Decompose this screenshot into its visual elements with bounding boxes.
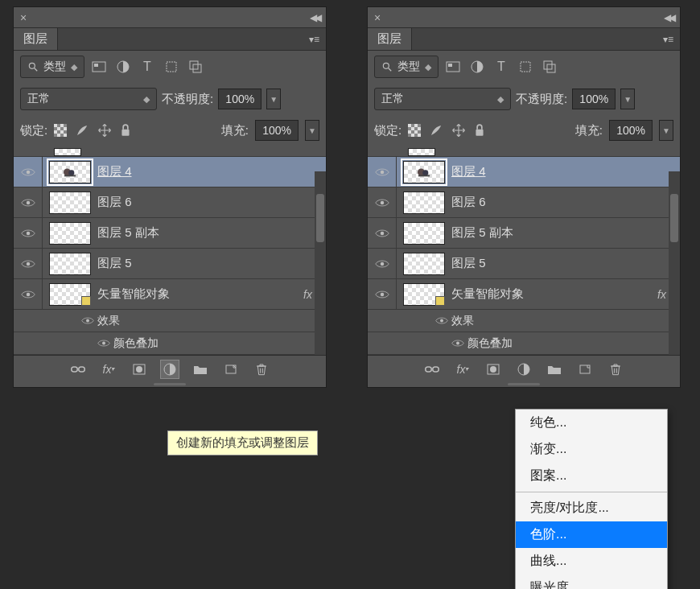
blend-mode-select[interactable]: 正常 ◆ — [374, 88, 511, 110]
delete-layer-icon[interactable] — [606, 360, 625, 379]
menu-item-curves[interactable]: 曲线... — [516, 548, 667, 575]
layer-name-label[interactable]: 图层 5 副本 — [97, 225, 319, 241]
layer-row[interactable]: 图层 6 — [368, 187, 680, 218]
lock-position-icon[interactable] — [97, 123, 112, 138]
scrollbar-thumb[interactable] — [670, 194, 678, 242]
visibility-icon[interactable] — [14, 218, 43, 248]
menu-item-levels[interactable]: 色阶... — [516, 521, 667, 548]
filter-type-t-icon[interactable]: T — [492, 57, 511, 76]
lock-paint-icon[interactable] — [429, 123, 443, 138]
menu-item-gradient[interactable]: 渐变... — [516, 436, 667, 463]
layer-thumbnail[interactable] — [49, 283, 91, 306]
layer-name-label[interactable]: 矢量智能对象 — [97, 286, 303, 302]
lock-all-icon[interactable] — [474, 124, 485, 137]
close-icon[interactable]: × — [374, 11, 381, 24]
resize-handle[interactable] — [368, 382, 680, 387]
visibility-icon[interactable] — [94, 339, 113, 348]
visibility-icon[interactable] — [14, 157, 43, 187]
layer-mask-icon[interactable] — [484, 360, 503, 379]
visibility-icon[interactable] — [368, 187, 397, 217]
menu-item-pattern[interactable]: 图案... — [516, 463, 667, 489]
filter-shape-icon[interactable] — [516, 57, 535, 76]
close-icon[interactable]: × — [20, 11, 27, 24]
menu-item-solid-color[interactable]: 纯色... — [516, 410, 667, 436]
layer-thumbnail[interactable] — [403, 283, 445, 306]
visibility-icon[interactable] — [14, 249, 43, 278]
filter-type-t-icon[interactable]: T — [138, 57, 157, 76]
fill-dropdown-icon[interactable]: ▼ — [305, 120, 319, 141]
fill-dropdown-icon[interactable]: ▼ — [659, 120, 673, 141]
layer-thumbnail[interactable] — [49, 253, 91, 275]
layer-thumbnail[interactable] — [403, 192, 445, 214]
adjustment-layer-icon[interactable] — [514, 360, 533, 379]
scrollbar-thumb[interactable] — [316, 194, 324, 242]
panel-menu-icon[interactable]: ▾≡ — [657, 34, 680, 45]
layer-row[interactable]: 图层 5 — [368, 249, 680, 279]
layer-row[interactable]: 矢量智能对象 fx ▾ — [14, 279, 326, 310]
layer-style-icon[interactable]: fx▾ — [99, 360, 118, 379]
link-layers-icon[interactable] — [422, 360, 442, 379]
lock-position-icon[interactable] — [451, 123, 466, 138]
adjustment-layer-icon[interactable] — [160, 360, 179, 379]
blend-mode-select[interactable]: 正常 ◆ — [20, 88, 157, 110]
layer-name-label[interactable]: 图层 6 — [451, 195, 673, 210]
visibility-icon[interactable] — [78, 316, 97, 325]
layer-name-label[interactable]: 图层 5 — [97, 256, 319, 271]
lock-transparency-icon[interactable] — [54, 124, 67, 137]
layer-thumbnail[interactable] — [403, 253, 445, 275]
layer-thumbnail[interactable] — [403, 161, 445, 183]
layer-row[interactable]: 图层 4 — [14, 157, 326, 187]
menu-item-brightness-contrast[interactable]: 亮度/对比度... — [516, 495, 667, 521]
fx-badge[interactable]: fx — [303, 288, 312, 301]
tab-layers[interactable]: 图层 — [368, 28, 412, 50]
visibility-icon[interactable] — [368, 218, 397, 248]
lock-paint-icon[interactable] — [75, 123, 89, 138]
visibility-icon[interactable] — [432, 316, 451, 325]
layer-thumbnail[interactable] — [403, 222, 445, 245]
layer-group-icon[interactable] — [191, 360, 210, 379]
layer-row[interactable]: 图层 5 副本 — [14, 218, 326, 249]
collapse-icon[interactable]: ◀◀ — [310, 12, 319, 23]
visibility-icon[interactable] — [14, 187, 43, 217]
new-layer-icon[interactable] — [221, 360, 241, 379]
link-layers-icon[interactable] — [68, 360, 88, 379]
opacity-value[interactable]: 100% — [218, 89, 261, 109]
layer-thumbnail[interactable] — [49, 192, 91, 214]
layer-name-label[interactable]: 图层 5 — [451, 256, 673, 271]
layer-name-label[interactable]: 图层 4 — [97, 164, 319, 179]
opacity-value[interactable]: 100% — [572, 89, 616, 109]
visibility-icon[interactable] — [448, 339, 467, 348]
visibility-icon[interactable] — [368, 249, 397, 278]
layer-thumbnail[interactable] — [49, 161, 91, 183]
effects-header-row[interactable]: 效果 — [14, 310, 326, 332]
layer-name-label[interactable]: 矢量智能对象 — [451, 286, 657, 302]
filter-type-select[interactable]: 类型 ◆ — [374, 56, 439, 78]
resize-handle[interactable] — [14, 382, 326, 387]
visibility-icon[interactable] — [368, 279, 397, 309]
filter-smart-icon[interactable] — [186, 57, 205, 76]
visibility-icon[interactable] — [368, 157, 397, 187]
collapse-icon[interactable]: ◀◀ — [664, 12, 673, 23]
layer-row[interactable]: 矢量智能对象 fx ▾ — [368, 279, 680, 310]
fx-badge[interactable]: fx — [657, 288, 666, 301]
scrollbar[interactable] — [315, 171, 326, 355]
filter-adjust-icon[interactable] — [113, 57, 133, 76]
effects-header-row[interactable]: 效果 — [368, 310, 680, 332]
fill-value[interactable]: 100% — [609, 120, 653, 141]
filter-type-select[interactable]: 类型 ◆ — [20, 56, 84, 78]
filter-shape-icon[interactable] — [162, 57, 181, 76]
layer-name-label[interactable]: 图层 5 副本 — [451, 225, 673, 241]
layer-row[interactable]: 图层 5 — [14, 249, 326, 279]
visibility-icon[interactable] — [14, 279, 43, 309]
layer-group-icon[interactable] — [545, 360, 564, 379]
new-layer-icon[interactable] — [575, 360, 595, 379]
layer-row[interactable]: 图层 6 — [14, 187, 326, 218]
layer-thumbnail[interactable] — [49, 222, 91, 245]
panel-menu-icon[interactable]: ▾≡ — [303, 34, 326, 45]
lock-all-icon[interactable] — [120, 124, 131, 137]
layer-row[interactable]: 图层 5 副本 — [368, 218, 680, 249]
lock-transparency-icon[interactable] — [408, 124, 421, 137]
layer-mask-icon[interactable] — [130, 360, 149, 379]
filter-pixel-icon[interactable] — [89, 57, 109, 76]
scrollbar[interactable] — [669, 171, 680, 355]
